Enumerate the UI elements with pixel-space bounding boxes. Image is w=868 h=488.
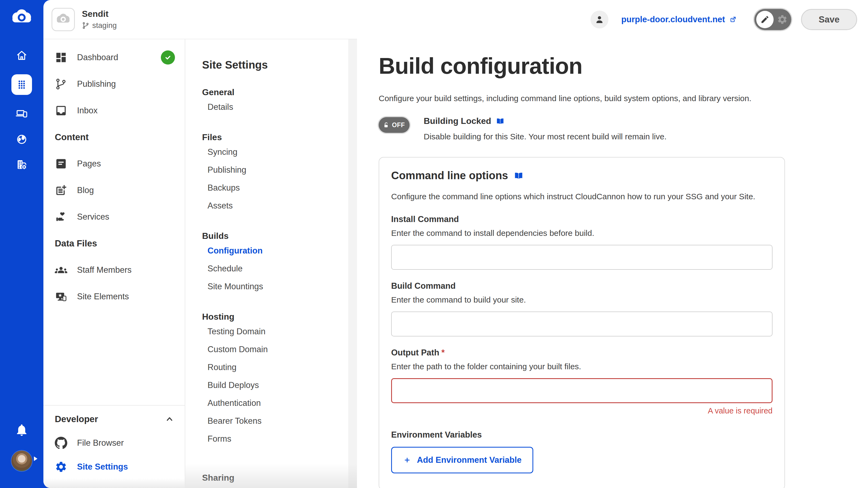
rail-organization-button[interactable] <box>15 158 28 171</box>
dashboard-icon <box>55 51 67 64</box>
settings-item-testing-domain[interactable]: Testing Domain <box>202 323 357 340</box>
lock-open-icon <box>382 122 390 129</box>
settings-item-backups[interactable]: Backups <box>202 179 357 197</box>
output-path-error: A value is required <box>391 406 773 415</box>
build-command-help: Enter the command to build your site. <box>391 295 773 304</box>
install-command-help: Enter the command to install dependencie… <box>391 229 773 238</box>
sidebar-item-label: Inbox <box>77 106 98 116</box>
settings-item-details[interactable]: Details <box>202 98 357 116</box>
user-avatar[interactable] <box>11 451 32 471</box>
page-icon <box>55 158 67 170</box>
settings-item-custom-domain[interactable]: Custom Domain <box>202 340 357 358</box>
globe-icon <box>15 133 28 146</box>
inbox-icon <box>55 104 67 117</box>
sidebar-item-inbox[interactable]: Inbox <box>43 97 185 124</box>
building-locked-label: Building Locked <box>424 116 491 126</box>
install-command-input[interactable] <box>391 245 773 270</box>
building-locked-desc: Disable building for this Site. Your mos… <box>424 132 666 141</box>
notifications-button[interactable] <box>14 423 29 437</box>
check-icon <box>163 53 173 62</box>
rail-nav <box>0 49 43 171</box>
status-badge-success <box>161 51 175 65</box>
card-title: Command line options <box>391 169 508 182</box>
settings-item-configuration[interactable]: Configuration <box>202 242 357 260</box>
site-header: Sendit staging <box>52 8 185 31</box>
sidebar-section-developer[interactable]: Developer <box>43 407 185 431</box>
settings-item-routing[interactable]: Routing <box>202 358 357 376</box>
sidebar-item-blog[interactable]: Blog <box>43 177 185 204</box>
build-command-input[interactable] <box>391 312 773 336</box>
sidebar-item-staff-members[interactable]: Staff Members <box>43 257 185 283</box>
settings-item-assets[interactable]: Assets <box>202 197 357 215</box>
settings-item-site-mountings[interactable]: Site Mountings <box>202 278 357 295</box>
post-add-icon <box>55 184 67 197</box>
sidebar-item-site-settings[interactable]: Site Settings <box>43 455 185 479</box>
sidebar-item-label: Blog <box>77 186 94 195</box>
site-branch: staging <box>82 21 117 30</box>
hand-heart-icon <box>55 210 67 223</box>
rail-site-nav-button-active[interactable] <box>11 74 32 95</box>
sidebar-item-pages[interactable]: Pages <box>43 151 185 177</box>
expand-arrow-icon[interactable] <box>34 456 38 461</box>
settings-nav: Site Settings General Details Files Sync… <box>185 39 357 488</box>
gear-icon <box>777 14 788 25</box>
settings-item-build-deploys[interactable]: Build Deploys <box>202 376 357 394</box>
output-path-help: Enter the path to the folder containing … <box>391 362 773 371</box>
site-url-text: purple-door.cloudvent.net <box>621 14 725 24</box>
sidebar-item-dashboard[interactable]: Dashboard <box>43 44 185 71</box>
environment-variables-label: Environment Variables <box>391 430 773 440</box>
cloudcannon-logo-icon <box>10 6 34 30</box>
settings-section-hosting: Hosting <box>202 311 357 323</box>
settings-section-general: General <box>202 86 357 98</box>
home-icon <box>15 49 28 62</box>
settings-item-bearer-tokens[interactable]: Bearer Tokens <box>202 412 357 430</box>
rail-sites-button[interactable] <box>15 107 28 120</box>
sidebar-item-publishing[interactable]: Publishing <box>43 71 185 97</box>
add-environment-variable-label: Add Environment Variable <box>417 455 522 465</box>
sidebar-item-label: Dashboard <box>77 53 118 62</box>
sidebar-item-label: Site Elements <box>77 292 129 301</box>
add-environment-variable-button[interactable]: Add Environment Variable <box>391 447 533 474</box>
screen-star-icon <box>55 290 67 303</box>
git-branch-icon <box>55 78 67 90</box>
page-intro: Configure your build settings, including… <box>379 94 868 103</box>
people-icon <box>55 264 67 276</box>
settings-item-publishing[interactable]: Publishing <box>202 161 357 179</box>
settings-item-schedule[interactable]: Schedule <box>202 260 357 278</box>
git-branch-icon <box>82 22 90 29</box>
apps-grid-icon <box>16 78 28 91</box>
docs-book-icon[interactable] <box>514 170 524 181</box>
settings-section-builds: Builds <box>202 230 357 242</box>
edit-settings-mode-toggle[interactable] <box>754 9 791 30</box>
plus-icon <box>403 456 411 464</box>
required-asterisk: * <box>441 348 444 357</box>
chevron-up-icon[interactable] <box>164 414 175 425</box>
page-title: Build configuration <box>379 53 868 79</box>
viewer-presence-button[interactable] <box>590 10 609 29</box>
site-url-link[interactable]: purple-door.cloudvent.net <box>621 14 737 24</box>
settings-item-authentication[interactable]: Authentication <box>202 394 357 412</box>
settings-nav-title: Site Settings <box>202 59 357 71</box>
rail-home-button[interactable] <box>15 49 28 62</box>
content-row: Dashboard Publishing Inbox Content Pages <box>43 39 868 488</box>
output-path-input[interactable] <box>391 378 773 403</box>
save-button[interactable]: Save <box>801 9 857 30</box>
sidebar-item-services[interactable]: Services <box>43 204 185 230</box>
docs-book-icon[interactable] <box>496 117 505 126</box>
building-locked-toggle[interactable]: OFF <box>379 117 410 133</box>
sidebar-item-label: Publishing <box>77 79 116 89</box>
sidebar-item-site-elements[interactable]: Site Elements <box>43 283 185 310</box>
rail-domains-button[interactable] <box>15 133 28 146</box>
sidebar-item-file-browser[interactable]: File Browser <box>43 431 185 455</box>
command-line-options-card: Command line options Configure the comma… <box>379 157 785 488</box>
gear-icon <box>55 461 67 473</box>
settings-item-syncing[interactable]: Syncing <box>202 143 357 161</box>
site-logo-icon <box>55 11 71 28</box>
sidebar-developer-group: Developer File Browser Site Settings <box>43 405 185 488</box>
sidebar-item-label: Staff Members <box>77 265 131 275</box>
toggle-gear-side <box>774 14 791 25</box>
site-sidebar: Dashboard Publishing Inbox Content Pages <box>43 39 185 488</box>
settings-item-forms[interactable]: Forms <box>202 430 357 448</box>
external-link-icon <box>729 15 737 24</box>
github-icon <box>55 437 67 449</box>
